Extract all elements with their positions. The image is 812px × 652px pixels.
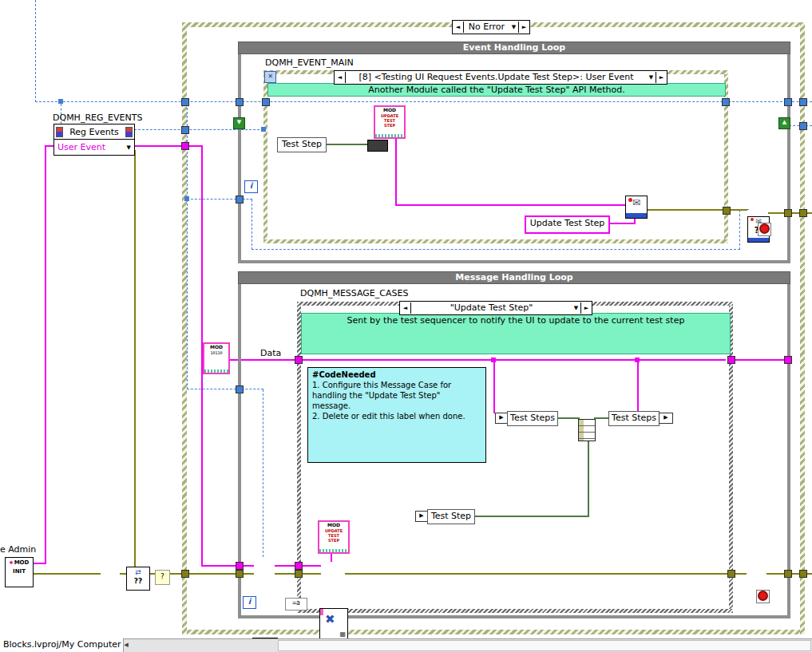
shift-register-left[interactable]: ▼ (233, 117, 245, 129)
type-terminal-icon[interactable] (367, 140, 388, 152)
message-diagram-label[interactable]: DQMH_MESSAGE_CASES (300, 288, 408, 298)
wire-refnum[interactable] (187, 389, 263, 389)
wire-data[interactable] (473, 516, 589, 517)
event-loop-border-right[interactable] (787, 54, 790, 260)
case-prev-icon[interactable]: ◄ (400, 302, 411, 314)
module-admin-label[interactable]: e Admin (0, 544, 36, 555)
wire-message[interactable] (395, 204, 627, 206)
stop-condition-terminal[interactable] (756, 590, 770, 603)
tunnel[interactable] (722, 98, 730, 106)
stop-condition-terminal[interactable] (758, 223, 771, 236)
event-timeout-terminal-icon[interactable]: ✕ (264, 71, 276, 83)
message-case-selector[interactable]: ◄ "Update Test Step" ▼ ► (399, 301, 592, 315)
wire-error[interactable] (30, 573, 101, 575)
tunnel[interactable] (181, 98, 189, 106)
wire-message[interactable] (134, 145, 203, 147)
chevron-down-icon[interactable]: ▼ (509, 22, 518, 33)
outer-case-border-bottom[interactable] (182, 630, 805, 634)
post-message-icon[interactable]: ✉ (625, 196, 648, 219)
bundle-icon[interactable] (578, 419, 596, 441)
case-prev-icon[interactable]: ◄ (453, 22, 464, 33)
wire-data[interactable] (323, 144, 369, 145)
merge-errors-vi-icon[interactable]: ⇄ ?? (126, 567, 150, 591)
tunnel[interactable] (295, 570, 303, 578)
reg-events-row[interactable]: Reg Events (54, 124, 134, 140)
case-next-icon[interactable]: ► (518, 22, 529, 33)
event-loop-title[interactable]: Event Handling Loop (238, 41, 790, 54)
wire-refnum[interactable] (739, 210, 740, 250)
test-steps-label-2[interactable]: Test Steps (608, 411, 660, 426)
iteration-terminal[interactable]: i (243, 596, 256, 609)
user-event-row[interactable]: User Event ▼ (54, 140, 134, 155)
tunnel[interactable] (784, 98, 792, 106)
event-next-icon[interactable]: ► (656, 72, 667, 83)
wire-refnum[interactable] (35, 0, 36, 102)
wire-refnum[interactable] (35, 101, 790, 102)
wire-message[interactable] (301, 359, 726, 361)
tunnel[interactable] (181, 570, 189, 578)
horizontal-scrollbar-thumb[interactable] (278, 640, 811, 651)
event-diagram-label[interactable]: DQMH_EVENT_MAIN (265, 57, 354, 68)
tunnel[interactable] (799, 570, 807, 578)
tunnel[interactable] (784, 570, 792, 578)
tunnel[interactable] (727, 570, 735, 578)
tunnel[interactable] (799, 209, 807, 217)
tunnel[interactable] (236, 98, 244, 106)
message-handler-vi-icon[interactable]: ✖ ▦ (319, 608, 348, 640)
tunnel[interactable] (236, 385, 244, 393)
tunnel[interactable] (236, 196, 244, 204)
tunnel[interactable] (784, 209, 792, 217)
message-loop-title[interactable]: Message Handling Loop (238, 271, 790, 284)
tunnel[interactable] (295, 356, 303, 364)
tunnel[interactable] (236, 562, 244, 570)
wire-error[interactable] (134, 150, 136, 575)
event-structure-border-bottom[interactable] (263, 239, 728, 243)
chevron-down-icon[interactable]: ▼ (647, 72, 656, 83)
wire-refnum[interactable] (252, 200, 252, 250)
wire-message[interactable] (395, 136, 397, 206)
outer-case-border-left[interactable] (182, 22, 187, 634)
wire-error[interactable] (345, 573, 729, 575)
message-loop-border-right[interactable] (787, 284, 790, 615)
tunnel[interactable] (262, 98, 270, 106)
outer-case-selector[interactable]: ◄ No Error ▼ ► (452, 20, 530, 34)
event-banner[interactable]: Another Module called the "Update Test S… (267, 83, 726, 97)
outer-case-border-right[interactable] (800, 22, 805, 634)
message-name-constant[interactable]: Update Test Step (525, 215, 610, 234)
event-selector[interactable]: ◄ [8] <Testing UI Request Events.Update … (334, 70, 667, 85)
reg-events-label[interactable]: DQMH_REG_EVENTS (53, 113, 142, 123)
wire-message[interactable] (729, 359, 784, 361)
register-events-node[interactable]: Reg Events User Event ▼ (53, 124, 135, 156)
case-structure-border-bottom[interactable] (297, 609, 733, 613)
shift-register-right[interactable]: ▲ (778, 117, 790, 129)
event-loop-border-bottom[interactable] (238, 260, 790, 263)
test-steps-label-1[interactable]: Test Steps (507, 411, 558, 426)
tunnel[interactable] (181, 126, 189, 134)
data-label[interactable]: Data (260, 348, 281, 358)
code-needed-note[interactable]: #CodeNeeded 1. Configure this Message Ca… (307, 367, 486, 463)
wire-error[interactable] (646, 209, 747, 211)
wire-message[interactable] (493, 361, 495, 413)
wire-refnum[interactable] (134, 129, 263, 130)
chevron-down-icon[interactable]: ▼ (572, 302, 580, 314)
tunnel[interactable] (727, 356, 735, 364)
tunnel[interactable] (181, 142, 189, 150)
tunnel[interactable] (799, 98, 807, 106)
project-tab[interactable]: Blocks.lvproj/My Computer (0, 638, 124, 652)
wire-message[interactable] (637, 361, 639, 413)
test-step-label[interactable]: Test Step (427, 509, 475, 524)
case-next-icon[interactable]: ► (580, 302, 592, 314)
event-terminal[interactable] (261, 127, 266, 132)
module-init-vi-icon[interactable]: ✱MOD INIT (5, 557, 34, 587)
update-test-step-vi-icon[interactable]: MOD UPDATE TEST STEP (374, 105, 406, 139)
wire-message[interactable] (45, 147, 46, 564)
tunnel[interactable] (723, 207, 731, 215)
iteration-terminal[interactable]: i (244, 180, 258, 193)
test-steps-terminal-arrow[interactable]: ▶ (495, 413, 508, 424)
wire-refnum[interactable] (252, 249, 740, 250)
test-steps-terminal-arrow[interactable]: ▶ (659, 413, 673, 424)
event-loop-border-left[interactable] (238, 54, 241, 260)
tunnel[interactable] (295, 562, 303, 570)
wire-data[interactable] (594, 417, 610, 419)
update-test-step-vi-icon[interactable]: MOD UPDATE TEST STEP (318, 520, 350, 554)
